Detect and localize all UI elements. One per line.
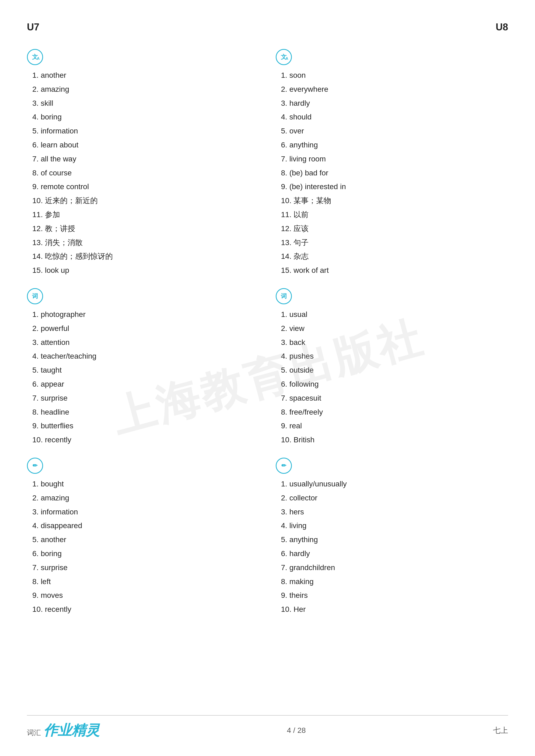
u8-section-a: 文A 1. soon 2. everywhere 3. hardly 4. sh… <box>276 49 508 277</box>
list-item: 2. powerful <box>32 321 260 336</box>
list-item: 3. attention <box>32 336 260 349</box>
list-item: 11. 参加 <box>32 208 260 222</box>
list-item: 1. photographer <box>32 308 260 321</box>
list-item: 6. following <box>281 377 508 391</box>
list-item: 5. over <box>281 124 508 138</box>
list-item: 6. boring <box>32 547 260 561</box>
list-item: 3. information <box>32 505 260 519</box>
u7-list-a: 1. another 2. amazing 3. skill 4. boring… <box>27 68 260 277</box>
u7-section-ci: 词 1. photographer 2. powerful 3. attenti… <box>27 288 260 447</box>
u8-section-ci: 词 1. usual 2. view 3. back 4. pushes 5. … <box>276 288 508 447</box>
list-item: 7. surprise <box>32 561 260 575</box>
list-item: 9. theirs <box>281 588 508 602</box>
list-item: 8. making <box>281 575 508 589</box>
list-item: 8. left <box>32 575 260 589</box>
u7-list-ci: 1. photographer 2. powerful 3. attention… <box>27 308 260 447</box>
u7-section-write: ✏ 1. bought 2. amazing 3. information 4.… <box>27 458 260 616</box>
list-item: 9. (be) interested in <box>281 180 508 194</box>
list-item: 7. living room <box>281 152 508 166</box>
footer-label: 词汇 <box>27 728 41 738</box>
list-item: 9. real <box>281 419 508 433</box>
list-item: 10. recently <box>32 433 260 447</box>
list-item: 14. 杂志 <box>281 249 508 263</box>
list-item: 5. another <box>32 533 260 547</box>
list-item: 10. 近来的；新近的 <box>32 194 260 208</box>
list-item: 2. amazing <box>32 82 260 96</box>
u7-icon-write: ✏ <box>27 458 43 474</box>
list-item: 7. spacesuit <box>281 391 508 405</box>
page-header: U7 U8 <box>27 21 508 33</box>
u8-list-write: 1. usually/unusually 2. collector 3. her… <box>276 477 508 616</box>
u7-title: U7 <box>27 21 39 33</box>
list-item: 6. appear <box>32 377 260 391</box>
list-item: 5. outside <box>281 363 508 377</box>
list-item: 2. view <box>281 321 508 336</box>
main-content: 文A 1. another 2. amazing 3. skill 4. bor… <box>27 49 508 627</box>
list-item: 4. disappeared <box>32 519 260 533</box>
list-item: 1. usually/unusually <box>281 477 508 491</box>
list-item: 1. usual <box>281 308 508 321</box>
list-item: 10. recently <box>32 602 260 616</box>
list-item: 7. grandchildren <box>281 561 508 575</box>
list-item: 10. 某事；某物 <box>281 194 508 208</box>
list-item: 6. anything <box>281 138 508 152</box>
u8-column: 文A 1. soon 2. everywhere 3. hardly 4. sh… <box>276 49 508 627</box>
list-item: 10. Her <box>281 602 508 616</box>
list-item: 3. hardly <box>281 96 508 110</box>
list-item: 4. living <box>281 519 508 533</box>
list-item: 2. collector <box>281 491 508 505</box>
u7-column: 文A 1. another 2. amazing 3. skill 4. bor… <box>27 49 260 627</box>
list-item: 8. (be) bad for <box>281 166 508 180</box>
list-item: 14. 吃惊的；感到惊讶的 <box>32 249 260 263</box>
list-item: 5. anything <box>281 533 508 547</box>
list-item: 3. hers <box>281 505 508 519</box>
list-item: 6. learn about <box>32 138 260 152</box>
list-item: 13. 句子 <box>281 236 508 250</box>
list-item: 12. 应该 <box>281 222 508 236</box>
list-item: 4. should <box>281 110 508 124</box>
u8-icon-write: ✏ <box>276 458 292 474</box>
list-item: 2. amazing <box>32 491 260 505</box>
list-item: 10. British <box>281 433 508 447</box>
footer-brand: 作业精灵 <box>43 721 99 740</box>
list-item: 1. soon <box>281 68 508 82</box>
page-footer: 词汇 作业精灵 4 / 28 七上 <box>27 715 508 740</box>
footer-page: 4 / 28 <box>287 726 306 735</box>
footer-left: 词汇 作业精灵 <box>27 721 99 740</box>
list-item: 7. surprise <box>32 391 260 405</box>
list-item: 4. teacher/teaching <box>32 349 260 363</box>
u8-list-ci: 1. usual 2. view 3. back 4. pushes 5. ou… <box>276 308 508 447</box>
list-item: 9. remote control <box>32 180 260 194</box>
list-item: 6. hardly <box>281 547 508 561</box>
list-item: 1. bought <box>32 477 260 491</box>
list-item: 8. free/freely <box>281 405 508 419</box>
u7-list-write: 1. bought 2. amazing 3. information 4. d… <box>27 477 260 616</box>
list-item: 9. butterflies <box>32 419 260 433</box>
list-item: 4. pushes <box>281 349 508 363</box>
list-item: 2. everywhere <box>281 82 508 96</box>
list-item: 15. look up <box>32 263 260 277</box>
list-item: 15. work of art <box>281 263 508 277</box>
footer-grade: 七上 <box>493 725 508 736</box>
list-item: 8. headline <box>32 405 260 419</box>
list-item: 5. taught <box>32 363 260 377</box>
u7-icon-ci: 词 <box>27 288 43 304</box>
list-item: 4. boring <box>32 110 260 124</box>
list-item: 1. another <box>32 68 260 82</box>
list-item: 8. of course <box>32 166 260 180</box>
list-item: 9. moves <box>32 588 260 602</box>
u7-icon-a: 文A <box>27 49 43 65</box>
u7-section-a: 文A 1. another 2. amazing 3. skill 4. bor… <box>27 49 260 277</box>
list-item: 5. information <box>32 124 260 138</box>
list-item: 12. 教；讲授 <box>32 222 260 236</box>
u8-icon-a: 文A <box>276 49 292 65</box>
list-item: 7. all the way <box>32 152 260 166</box>
list-item: 11. 以前 <box>281 208 508 222</box>
list-item: 13. 消失；消散 <box>32 236 260 250</box>
list-item: 3. skill <box>32 96 260 110</box>
u8-list-a: 1. soon 2. everywhere 3. hardly 4. shoul… <box>276 68 508 277</box>
u8-title: U8 <box>496 21 508 33</box>
list-item: 3. back <box>281 336 508 349</box>
u8-icon-ci: 词 <box>276 288 292 304</box>
u8-section-write: ✏ 1. usually/unusually 2. collector 3. h… <box>276 458 508 616</box>
